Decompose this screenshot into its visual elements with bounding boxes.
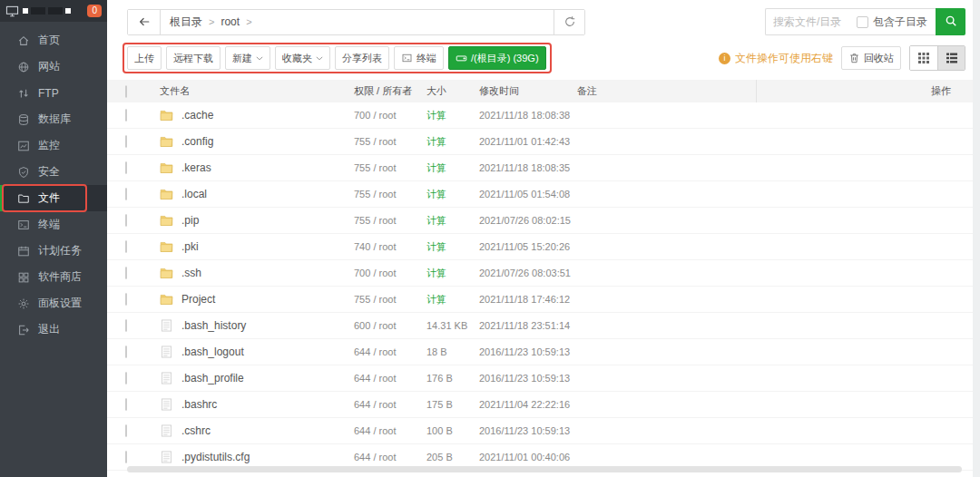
sidebar-item-files[interactable]: 文件: [0, 185, 107, 211]
remote-download-button[interactable]: 远程下载: [166, 46, 220, 70]
row-checkbox[interactable]: [125, 451, 127, 463]
refresh-button[interactable]: [554, 10, 584, 34]
upload-button[interactable]: 上传: [127, 46, 162, 70]
favorites-button[interactable]: 收藏夹: [275, 46, 330, 70]
sidebar-item-terminal[interactable]: 终端: [0, 211, 107, 238]
refresh-icon: [564, 15, 576, 28]
sidebar-item-website[interactable]: 网站: [0, 54, 107, 80]
back-button[interactable]: [128, 10, 161, 34]
row-checkbox[interactable]: [125, 372, 127, 385]
sidebar-item-panel-settings[interactable]: 面板设置: [0, 290, 107, 316]
breadcrumb-segment[interactable]: 根目录: [170, 15, 202, 30]
column-header-permission[interactable]: 权限 / 所有者: [354, 84, 426, 98]
search-input[interactable]: [766, 15, 857, 28]
row-checkbox[interactable]: [125, 346, 127, 358]
row-checkbox[interactable]: [125, 109, 127, 122]
sidebar-item-monitor[interactable]: 监控: [0, 132, 107, 159]
file-name-link[interactable]: Project: [181, 293, 215, 306]
sidebar-item-app-store[interactable]: 软件商店: [0, 264, 107, 290]
row-checkbox[interactable]: [125, 214, 127, 227]
table-row[interactable]: .keras755 / root计算2021/11/18 18:08:35: [107, 155, 973, 181]
column-header-name[interactable]: 文件名: [160, 84, 354, 98]
actionbar: 上传远程下载新建收藏夹分享列表终端 /(根目录) (39G) i 文件操作可使用…: [107, 42, 973, 80]
sidebar-item-ftp[interactable]: FTP: [0, 80, 107, 106]
new-button[interactable]: 新建: [225, 46, 270, 70]
root-directory-disk-button[interactable]: /(根目录) (39G): [448, 46, 546, 70]
file-name-link[interactable]: .bash_profile: [181, 372, 244, 385]
table-row[interactable]: .pki740 / root计算2021/11/05 15:20:26: [107, 234, 973, 260]
grid-view-button[interactable]: [910, 46, 937, 70]
file-name-link[interactable]: .cache: [181, 109, 213, 122]
calculate-size-link[interactable]: 计算: [426, 188, 479, 201]
table-row[interactable]: .cache700 / root计算2021/11/18 18:08:38: [107, 102, 973, 129]
modified-time-value: 2021/11/18 17:46:12: [479, 294, 577, 305]
breadcrumb-separator: >: [209, 16, 214, 27]
file-name-link[interactable]: .bash_logout: [181, 346, 244, 358]
table-row[interactable]: .config755 / root计算2021/11/01 01:42:43: [107, 129, 973, 155]
calculate-size-link[interactable]: 计算: [426, 135, 479, 149]
terminal-button[interactable]: 终端: [394, 46, 444, 70]
sidebar-item-logout[interactable]: 退出: [0, 316, 107, 343]
include-subdirectory-toggle[interactable]: 包含子目录: [857, 15, 936, 30]
row-checkbox[interactable]: [125, 398, 127, 411]
select-all-checkbox[interactable]: [125, 85, 127, 98]
horizontal-scrollbar[interactable]: [127, 466, 962, 472]
row-checkbox[interactable]: [125, 319, 127, 332]
calculate-size-link[interactable]: 计算: [426, 109, 479, 122]
row-checkbox[interactable]: [125, 161, 127, 174]
message-count-badge[interactable]: 0: [87, 5, 102, 17]
table-row[interactable]: .local755 / root计算2021/11/05 01:54:08: [107, 181, 973, 208]
table-row[interactable]: .cshrc644 / root100 B2016/11/23 10:59:13: [107, 418, 973, 444]
table-row[interactable]: .ssh700 / root计算2021/07/26 08:03:51: [107, 260, 973, 287]
calculate-size-link[interactable]: 计算: [426, 214, 479, 228]
file-name-link[interactable]: .ssh: [181, 267, 201, 279]
table-row[interactable]: .bash_logout644 / root18 B2016/11/23 10:…: [107, 339, 973, 365]
table-row[interactable]: .bashrc644 / root175 B2021/11/04 22:22:1…: [107, 392, 973, 418]
file-name-link[interactable]: .config: [181, 135, 213, 148]
search-group: 包含子目录: [765, 8, 965, 35]
file-name-link[interactable]: .bash_history: [181, 319, 246, 332]
file-table: 文件名 权限 / 所有者 大小 修改时间 备注 操作 .cache700 / r…: [107, 80, 973, 477]
file-name-link[interactable]: .cshrc: [181, 424, 211, 437]
sidebar-item-security[interactable]: 安全: [0, 159, 107, 185]
calculate-size-link[interactable]: 计算: [426, 293, 479, 307]
file-name-link[interactable]: .pip: [181, 214, 199, 227]
file-name-link[interactable]: .keras: [181, 161, 211, 174]
sidebar-item-cron[interactable]: 计划任务: [0, 238, 107, 264]
row-checkbox[interactable]: [125, 267, 127, 279]
page-scrollbar-track[interactable]: [973, 0, 980, 477]
recycle-bin-button[interactable]: 回收站: [841, 46, 901, 70]
file-name-link[interactable]: .local: [181, 188, 207, 200]
table-row[interactable]: .bash_history600 / root14.31 KB2021/11/1…: [107, 313, 973, 339]
calculate-size-link[interactable]: 计算: [426, 240, 479, 254]
button-label: 上传: [134, 52, 154, 65]
sidebar-item-home[interactable]: 首页: [0, 27, 107, 54]
row-checkbox[interactable]: [125, 188, 127, 200]
table-row[interactable]: .pip755 / root计算2021/07/26 08:02:15: [107, 208, 973, 234]
calculate-size-link[interactable]: 计算: [426, 161, 479, 175]
modified-time-value: 2021/11/04 22:22:16: [479, 399, 577, 410]
share-list-button[interactable]: 分享列表: [335, 46, 389, 70]
file-name-link[interactable]: .pydistutils.cfg: [181, 451, 250, 463]
table-row[interactable]: .bash_profile644 / root176 B2016/11/23 1…: [107, 365, 973, 392]
home-icon: [17, 34, 30, 47]
column-header-mtime[interactable]: 修改时间: [479, 84, 577, 98]
column-header-note[interactable]: 备注: [577, 84, 756, 98]
include-subdirectory-checkbox[interactable]: [857, 16, 868, 28]
search-button[interactable]: [936, 8, 965, 35]
row-checkbox[interactable]: [125, 135, 127, 148]
sidebar-item-label: 安全: [38, 164, 60, 180]
file-size-value: 100 B: [426, 425, 479, 436]
sidebar-item-database[interactable]: 数据库: [0, 106, 107, 132]
row-checkbox[interactable]: [125, 240, 127, 253]
table-row[interactable]: Project755 / root计算2021/11/18 17:46:12: [107, 287, 973, 313]
column-header-size[interactable]: 大小: [426, 84, 479, 98]
file-name-link[interactable]: .bashrc: [181, 398, 217, 411]
row-checkbox[interactable]: [125, 424, 127, 437]
calculate-size-link[interactable]: 计算: [426, 267, 479, 280]
file-name-link[interactable]: .pki: [181, 240, 199, 253]
list-view-button[interactable]: [937, 46, 965, 70]
breadcrumb-segment[interactable]: root: [220, 15, 240, 28]
folder-icon: [160, 188, 173, 200]
row-checkbox[interactable]: [125, 293, 127, 306]
